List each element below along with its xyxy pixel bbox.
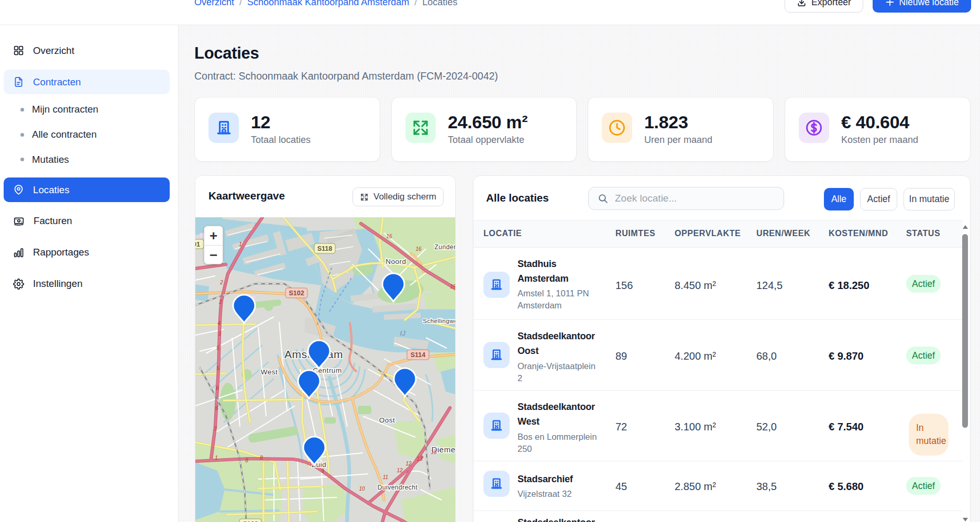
svg-text:West: West xyxy=(261,368,278,376)
svg-text:Noord: Noord xyxy=(386,258,406,265)
svg-text:7: 7 xyxy=(214,426,217,432)
svg-text:01: 01 xyxy=(195,241,200,248)
svg-text:Duivendrecht: Duivendrecht xyxy=(378,484,418,491)
svg-text:12: 12 xyxy=(405,461,412,467)
svg-text:13: 13 xyxy=(416,456,423,462)
svg-text:16: 16 xyxy=(415,246,422,252)
svg-text:2: 2 xyxy=(219,280,223,285)
svg-text:3: 3 xyxy=(218,331,221,337)
svg-text:S114: S114 xyxy=(411,351,426,359)
svg-text:9: 9 xyxy=(321,468,324,474)
svg-text:2: 2 xyxy=(218,299,222,305)
svg-text:4: 4 xyxy=(217,320,221,326)
svg-text:Zunderdorp: Zunderdorp xyxy=(434,243,455,251)
svg-text:15: 15 xyxy=(450,284,455,290)
svg-text:S102: S102 xyxy=(289,290,304,297)
svg-text:12: 12 xyxy=(397,468,403,473)
svg-text:8: 8 xyxy=(245,458,248,463)
svg-text:Oost: Oost xyxy=(379,416,395,424)
svg-text:10: 10 xyxy=(359,486,365,492)
svg-text:Schellingwoude: Schellingwoude xyxy=(423,318,455,324)
svg-text:5: 5 xyxy=(216,345,219,351)
svg-text:13: 13 xyxy=(431,449,437,455)
svg-text:16: 16 xyxy=(386,234,392,239)
svg-text:1: 1 xyxy=(215,455,218,461)
svg-text:6: 6 xyxy=(216,385,219,391)
svg-text:6: 6 xyxy=(215,405,218,411)
svg-text:S118: S118 xyxy=(317,245,333,252)
svg-text:11: 11 xyxy=(383,474,388,480)
svg-text:5: 5 xyxy=(216,365,219,371)
svg-text:IJ: IJ xyxy=(400,330,406,337)
svg-text:8: 8 xyxy=(260,455,263,461)
svg-text:1: 1 xyxy=(239,241,242,247)
